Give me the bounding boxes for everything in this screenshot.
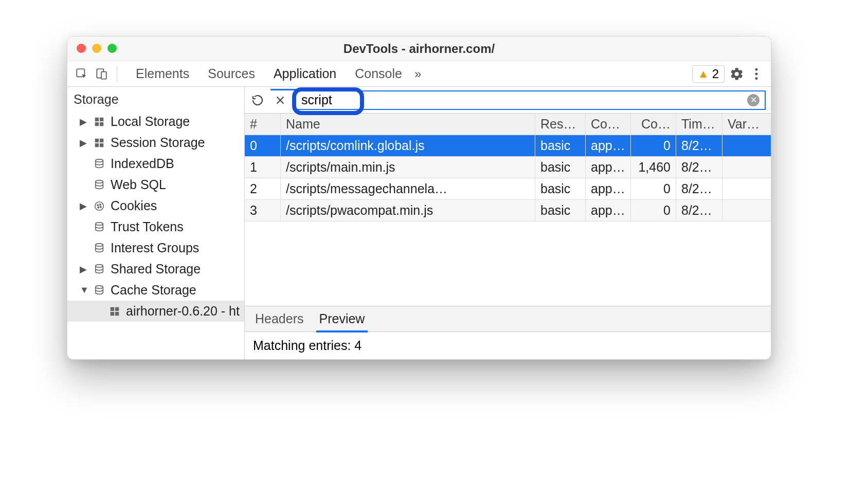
tab-sources[interactable]: Sources: [208, 62, 255, 85]
col-vary[interactable]: Var…: [722, 114, 771, 135]
cell-content-type: app…: [586, 135, 631, 156]
warnings-badge[interactable]: ▲ 2: [692, 65, 725, 83]
cell-index: 2: [245, 178, 281, 199]
svg-point-24: [96, 285, 103, 288]
sidebar-item-interest-groups[interactable]: Interest Groups: [67, 237, 244, 258]
sidebar-item-label: Interest Groups: [111, 240, 199, 255]
table-row[interactable]: 0/scripts/comlink.global.jsbasicapp…08/2…: [245, 135, 771, 157]
devtools-window: DevTools - airhorner.com/ Elements Sourc…: [67, 36, 771, 360]
sidebar-section-heading: Storage: [67, 87, 244, 111]
grid-icon: [109, 305, 121, 318]
more-tabs-button[interactable]: »: [414, 67, 421, 81]
tab-console[interactable]: Console: [355, 62, 402, 85]
sidebar-item-web-sql[interactable]: Web SQL: [67, 174, 244, 195]
detail-tabs: Headers Preview: [245, 306, 771, 331]
close-window-button[interactable]: [77, 44, 86, 53]
sidebar-item-cookies[interactable]: ▶Cookies: [67, 195, 244, 216]
filter-bar: ✕: [245, 87, 771, 114]
db-icon: [93, 179, 105, 191]
minimize-window-button[interactable]: [92, 44, 101, 53]
sidebar-item-label: airhorner-0.6.20 - ht: [126, 304, 240, 319]
tab-elements[interactable]: Elements: [136, 62, 189, 85]
titlebar: DevTools - airhorner.com/: [67, 36, 771, 61]
cell-time: 8/2…: [676, 178, 722, 199]
cell-time: 8/2…: [676, 135, 722, 156]
svg-point-20: [100, 206, 101, 207]
filter-input[interactable]: [301, 92, 747, 107]
svg-rect-6: [95, 117, 99, 121]
cell-content-length: 1,460: [631, 157, 676, 178]
clear-filter-button[interactable]: ✕: [747, 94, 760, 106]
tab-application[interactable]: Application: [274, 62, 336, 85]
cell-response: basic: [535, 200, 586, 221]
svg-point-22: [96, 243, 103, 246]
sidebar-item-airhorner-0-6-20-ht[interactable]: airhorner-0.6.20 - ht: [67, 301, 244, 322]
svg-rect-25: [111, 307, 114, 310]
sidebar-item-session-storage[interactable]: ▶Session Storage: [67, 132, 244, 153]
cell-vary: [722, 157, 771, 178]
main-toolbar: Elements Sources Application Console » ▲…: [67, 61, 771, 87]
table-row[interactable]: 2/scripts/messagechannela…basicapp…08/2…: [245, 178, 771, 200]
sidebar-item-trust-tokens[interactable]: Trust Tokens: [67, 216, 244, 237]
cell-name: /scripts/pwacompat.min.js: [281, 200, 535, 221]
filter-input-wrap: ✕: [295, 90, 766, 110]
sidebar-item-local-storage[interactable]: ▶Local Storage: [67, 111, 244, 132]
cookie-icon: [93, 200, 105, 212]
disclosure-triangle-icon: ▼: [80, 285, 88, 295]
svg-point-16: [95, 201, 104, 210]
col-content-length[interactable]: Co…: [631, 114, 676, 135]
sidebar-item-label: Cache Storage: [111, 283, 196, 298]
cell-content-type: app…: [586, 200, 631, 221]
cell-content-type: app…: [586, 178, 631, 199]
svg-point-15: [96, 180, 103, 183]
svg-rect-2: [101, 71, 106, 79]
sidebar-item-cache-storage[interactable]: ▼Cache Storage: [67, 280, 244, 301]
col-time[interactable]: Tim…: [676, 114, 722, 135]
db-icon: [93, 263, 105, 275]
svg-rect-10: [95, 138, 99, 142]
svg-rect-27: [111, 311, 114, 315]
cell-response: basic: [535, 178, 586, 199]
cell-response: basic: [535, 135, 586, 156]
divider: [117, 66, 117, 82]
svg-rect-8: [95, 122, 99, 125]
col-response[interactable]: Res…: [535, 114, 586, 135]
zoom-window-button[interactable]: [107, 44, 117, 53]
kebab-menu-button[interactable]: [749, 67, 764, 81]
sidebar-item-label: Web SQL: [111, 177, 166, 192]
sidebar-item-indexeddb[interactable]: IndexedDB: [67, 153, 244, 174]
delete-button[interactable]: [273, 92, 288, 108]
svg-rect-7: [100, 117, 103, 121]
cell-vary: [722, 135, 771, 156]
cell-time: 8/2…: [676, 157, 722, 178]
grid-icon: [93, 116, 105, 128]
table-row[interactable]: 3/scripts/pwacompat.min.jsbasicapp…08/2…: [245, 200, 771, 221]
cache-table: # Name Res… Co… Co… Tim… Var… 0/scripts/…: [245, 114, 771, 221]
storage-sidebar: Storage ▶Local Storage▶Session StorageIn…: [67, 87, 245, 359]
device-toggle-icon[interactable]: [94, 67, 109, 81]
svg-point-18: [100, 204, 101, 205]
svg-rect-26: [115, 307, 119, 310]
refresh-button[interactable]: [250, 92, 265, 108]
sidebar-item-shared-storage[interactable]: ▶Shared Storage: [67, 258, 244, 280]
col-index[interactable]: #: [245, 114, 281, 135]
svg-point-3: [755, 68, 758, 70]
col-name[interactable]: Name: [281, 114, 535, 135]
warning-count: 2: [712, 67, 719, 81]
status-line: Matching entries: 4: [245, 331, 771, 359]
table-row[interactable]: 1/scripts/main.min.jsbasicapp…1,4608/2…: [245, 157, 771, 178]
disclosure-triangle-icon: ▶: [80, 264, 88, 275]
sidebar-item-label: Cookies: [111, 198, 157, 213]
sidebar-item-label: IndexedDB: [111, 156, 174, 171]
subtab-headers[interactable]: Headers: [255, 306, 304, 331]
grid-icon: [93, 137, 105, 149]
subtab-preview[interactable]: Preview: [319, 306, 365, 331]
disclosure-triangle-icon: ▶: [80, 116, 88, 127]
cell-index: 3: [245, 200, 281, 221]
svg-point-14: [96, 159, 103, 162]
inspect-icon[interactable]: [75, 67, 89, 81]
sidebar-item-label: Session Storage: [111, 135, 205, 150]
cell-name: /scripts/comlink.global.js: [281, 135, 535, 156]
settings-button[interactable]: [730, 67, 744, 81]
col-content-type[interactable]: Co…: [586, 114, 631, 135]
